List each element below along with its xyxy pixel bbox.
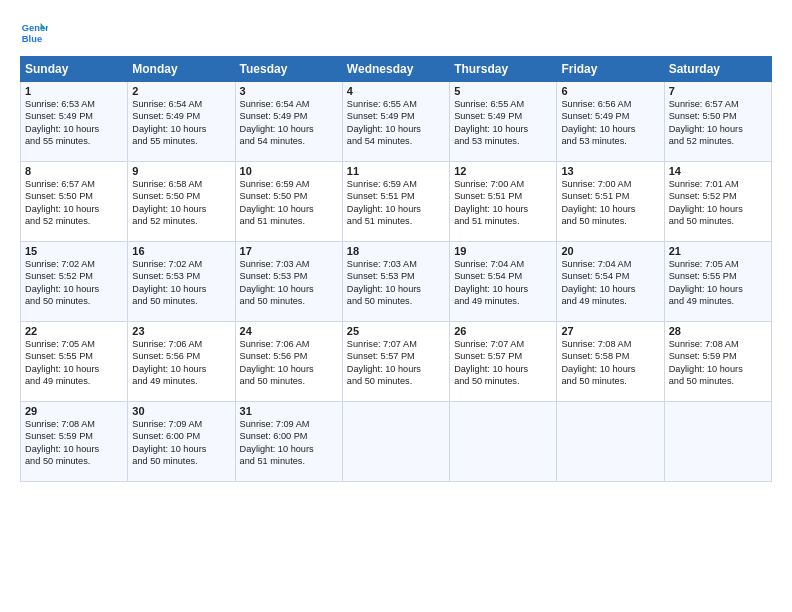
day-number: 23	[132, 325, 230, 337]
day-number: 14	[669, 165, 767, 177]
day-number: 10	[240, 165, 338, 177]
calendar-cell: 9Sunrise: 6:58 AMSunset: 5:50 PMDaylight…	[128, 162, 235, 242]
calendar-page: General Blue SundayMondayTuesdayWednesda…	[0, 0, 792, 612]
calendar-cell: 30Sunrise: 7:09 AMSunset: 6:00 PMDayligh…	[128, 402, 235, 482]
cell-line: Sunset: 5:59 PM	[669, 351, 737, 361]
day-number: 31	[240, 405, 338, 417]
cell-line: Sunrise: 7:02 AM	[25, 259, 95, 269]
cell-line: Sunrise: 7:03 AM	[240, 259, 310, 269]
cell-line: Sunset: 6:00 PM	[240, 431, 308, 441]
day-number: 28	[669, 325, 767, 337]
cell-line: Daylight: 10 hours	[561, 364, 635, 374]
calendar-cell: 22Sunrise: 7:05 AMSunset: 5:55 PMDayligh…	[21, 322, 128, 402]
cell-line: and 51 minutes.	[347, 216, 412, 226]
cell-line: Sunset: 5:49 PM	[561, 111, 629, 121]
calendar-cell: 13Sunrise: 7:00 AMSunset: 5:51 PMDayligh…	[557, 162, 664, 242]
cell-line: Sunrise: 7:04 AM	[454, 259, 524, 269]
calendar-cell: 3Sunrise: 6:54 AMSunset: 5:49 PMDaylight…	[235, 82, 342, 162]
calendar-cell: 12Sunrise: 7:00 AMSunset: 5:51 PMDayligh…	[450, 162, 557, 242]
cell-line: and 54 minutes.	[240, 136, 305, 146]
calendar-cell: 28Sunrise: 7:08 AMSunset: 5:59 PMDayligh…	[664, 322, 771, 402]
cell-line: Sunrise: 7:05 AM	[25, 339, 95, 349]
cell-line: Sunset: 5:51 PM	[561, 191, 629, 201]
calendar-cell: 26Sunrise: 7:07 AMSunset: 5:57 PMDayligh…	[450, 322, 557, 402]
cell-line: Sunrise: 7:07 AM	[347, 339, 417, 349]
calendar-cell: 4Sunrise: 6:55 AMSunset: 5:49 PMDaylight…	[342, 82, 449, 162]
cell-line: and 50 minutes.	[25, 456, 90, 466]
day-number: 13	[561, 165, 659, 177]
cell-line: Sunrise: 6:57 AM	[25, 179, 95, 189]
day-number: 22	[25, 325, 123, 337]
cell-line: Sunset: 5:59 PM	[25, 431, 93, 441]
cell-line: Sunset: 5:49 PM	[454, 111, 522, 121]
calendar-cell: 10Sunrise: 6:59 AMSunset: 5:50 PMDayligh…	[235, 162, 342, 242]
cell-line: Daylight: 10 hours	[669, 124, 743, 134]
calendar-cell: 6Sunrise: 6:56 AMSunset: 5:49 PMDaylight…	[557, 82, 664, 162]
day-number: 25	[347, 325, 445, 337]
cell-line: Sunrise: 7:04 AM	[561, 259, 631, 269]
cell-line: and 50 minutes.	[669, 216, 734, 226]
cell-line: Sunrise: 6:59 AM	[347, 179, 417, 189]
cell-line: Daylight: 10 hours	[25, 124, 99, 134]
calendar-cell: 8Sunrise: 6:57 AMSunset: 5:50 PMDaylight…	[21, 162, 128, 242]
day-number: 4	[347, 85, 445, 97]
day-number: 6	[561, 85, 659, 97]
cell-line: and 50 minutes.	[669, 376, 734, 386]
cell-line: Daylight: 10 hours	[454, 204, 528, 214]
cell-line: Sunrise: 7:02 AM	[132, 259, 202, 269]
cell-line: Sunset: 5:55 PM	[669, 271, 737, 281]
cell-line: Sunset: 5:50 PM	[240, 191, 308, 201]
cell-line: Sunset: 5:50 PM	[132, 191, 200, 201]
cell-line: Sunrise: 6:53 AM	[25, 99, 95, 109]
cell-line: and 50 minutes.	[240, 296, 305, 306]
day-number: 26	[454, 325, 552, 337]
calendar-cell: 17Sunrise: 7:03 AMSunset: 5:53 PMDayligh…	[235, 242, 342, 322]
day-number: 16	[132, 245, 230, 257]
cell-line: Sunset: 5:53 PM	[240, 271, 308, 281]
cell-line: and 55 minutes.	[25, 136, 90, 146]
cell-line: and 53 minutes.	[561, 136, 626, 146]
calendar-cell: 11Sunrise: 6:59 AMSunset: 5:51 PMDayligh…	[342, 162, 449, 242]
cell-line: Sunset: 5:55 PM	[25, 351, 93, 361]
cell-line: Sunset: 5:52 PM	[669, 191, 737, 201]
calendar-cell: 16Sunrise: 7:02 AMSunset: 5:53 PMDayligh…	[128, 242, 235, 322]
cell-line: Sunrise: 6:55 AM	[347, 99, 417, 109]
col-header-saturday: Saturday	[664, 57, 771, 82]
cell-line: Daylight: 10 hours	[25, 284, 99, 294]
cell-line: Daylight: 10 hours	[347, 124, 421, 134]
cell-line: Daylight: 10 hours	[240, 364, 314, 374]
cell-line: and 50 minutes.	[454, 376, 519, 386]
cell-line: Daylight: 10 hours	[454, 284, 528, 294]
cell-line: Sunrise: 7:07 AM	[454, 339, 524, 349]
cell-line: Sunrise: 6:57 AM	[669, 99, 739, 109]
day-number: 5	[454, 85, 552, 97]
cell-line: and 54 minutes.	[347, 136, 412, 146]
cell-line: Sunrise: 7:09 AM	[132, 419, 202, 429]
day-number: 24	[240, 325, 338, 337]
day-number: 9	[132, 165, 230, 177]
cell-line: and 49 minutes.	[454, 296, 519, 306]
calendar-cell: 20Sunrise: 7:04 AMSunset: 5:54 PMDayligh…	[557, 242, 664, 322]
cell-line: Daylight: 10 hours	[132, 204, 206, 214]
calendar-cell: 24Sunrise: 7:06 AMSunset: 5:56 PMDayligh…	[235, 322, 342, 402]
header-row: SundayMondayTuesdayWednesdayThursdayFrid…	[21, 57, 772, 82]
day-number: 7	[669, 85, 767, 97]
cell-line: Daylight: 10 hours	[25, 444, 99, 454]
cell-line: Sunset: 5:54 PM	[561, 271, 629, 281]
cell-line: Sunrise: 6:59 AM	[240, 179, 310, 189]
cell-line: Sunset: 5:51 PM	[347, 191, 415, 201]
cell-line: and 50 minutes.	[347, 296, 412, 306]
cell-line: Sunset: 5:56 PM	[132, 351, 200, 361]
cell-line: Daylight: 10 hours	[454, 364, 528, 374]
cell-line: Sunrise: 6:54 AM	[132, 99, 202, 109]
logo: General Blue	[20, 18, 52, 46]
cell-line: Daylight: 10 hours	[561, 204, 635, 214]
day-number: 3	[240, 85, 338, 97]
cell-line: Sunset: 5:50 PM	[25, 191, 93, 201]
calendar-cell: 2Sunrise: 6:54 AMSunset: 5:49 PMDaylight…	[128, 82, 235, 162]
svg-text:Blue: Blue	[22, 34, 42, 44]
cell-line: Sunrise: 7:09 AM	[240, 419, 310, 429]
calendar-cell: 14Sunrise: 7:01 AMSunset: 5:52 PMDayligh…	[664, 162, 771, 242]
cell-line: Sunrise: 6:55 AM	[454, 99, 524, 109]
calendar-table: SundayMondayTuesdayWednesdayThursdayFrid…	[20, 56, 772, 482]
